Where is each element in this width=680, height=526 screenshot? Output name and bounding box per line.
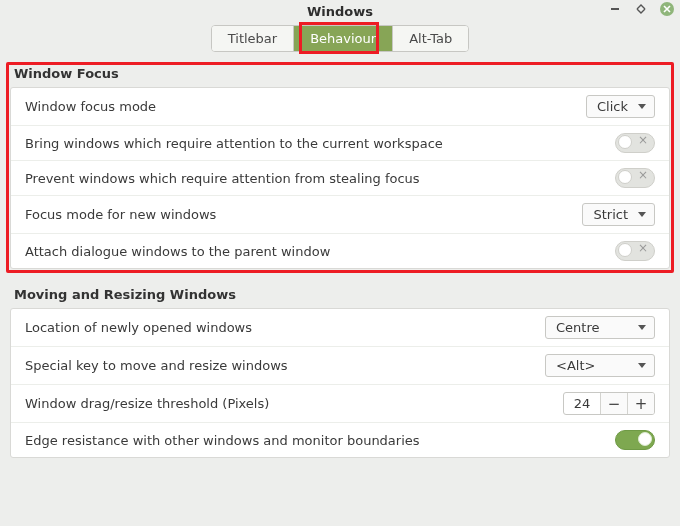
combo-special-key[interactable]: <Alt> xyxy=(545,354,655,377)
stepper-threshold: 24 − + xyxy=(563,392,655,415)
toggle-edge-resistance[interactable] xyxy=(615,430,655,450)
label-bring-attention: Bring windows which require attention to… xyxy=(25,136,443,151)
combo-new-focus[interactable]: Strict xyxy=(582,203,655,226)
label-prevent-steal: Prevent windows which require attention … xyxy=(25,171,420,186)
combo-location-value: Centre xyxy=(556,320,599,335)
content-area: Window Focus Window focus mode Click Bri… xyxy=(0,52,680,458)
row-focus-mode: Window focus mode Click xyxy=(11,88,669,126)
label-attach-dialog: Attach dialogue windows to the parent wi… xyxy=(25,244,330,259)
tab-bar: Titlebar Behaviour Alt-Tab xyxy=(0,25,680,52)
window-titlebar: Windows xyxy=(0,0,680,22)
row-attach-dialog: Attach dialogue windows to the parent wi… xyxy=(11,234,669,268)
tab-titlebar[interactable]: Titlebar xyxy=(212,26,294,51)
label-special-key: Special key to move and resize windows xyxy=(25,358,288,373)
row-new-focus: Focus mode for new windows Strict xyxy=(11,196,669,234)
tab-alttab[interactable]: Alt-Tab xyxy=(393,26,468,51)
toggle-attach-dialog[interactable] xyxy=(615,241,655,261)
row-location: Location of newly opened windows Centre xyxy=(11,309,669,347)
stepper-plus-button[interactable]: + xyxy=(628,393,654,414)
section-moving-resizing: Moving and Resizing Windows Location of … xyxy=(10,287,670,458)
label-edge-resistance: Edge resistance with other windows and m… xyxy=(25,433,420,448)
close-button[interactable] xyxy=(660,2,674,16)
combo-new-focus-value: Strict xyxy=(593,207,628,222)
combo-focus-mode-value: Click xyxy=(597,99,628,114)
combo-special-key-value: <Alt> xyxy=(556,358,595,373)
row-bring-attention: Bring windows which require attention to… xyxy=(11,126,669,161)
section-title-move: Moving and Resizing Windows xyxy=(10,287,670,308)
window-title: Windows xyxy=(307,4,373,19)
minimize-button[interactable] xyxy=(608,2,622,16)
stepper-minus-button[interactable]: − xyxy=(601,393,628,414)
tab-behaviour[interactable]: Behaviour xyxy=(294,26,393,51)
move-listbox: Location of newly opened windows Centre … xyxy=(10,308,670,458)
chevron-down-icon xyxy=(638,104,646,109)
window-controls xyxy=(608,2,674,16)
section-title-focus: Window Focus xyxy=(10,66,670,87)
toggle-prevent-steal[interactable] xyxy=(615,168,655,188)
combo-focus-mode[interactable]: Click xyxy=(586,95,655,118)
tab-group: Titlebar Behaviour Alt-Tab xyxy=(211,25,470,52)
label-new-focus: Focus mode for new windows xyxy=(25,207,216,222)
label-threshold: Window drag/resize threshold (Pixels) xyxy=(25,396,269,411)
combo-location[interactable]: Centre xyxy=(545,316,655,339)
toggle-bring-attention[interactable] xyxy=(615,133,655,153)
label-focus-mode: Window focus mode xyxy=(25,99,156,114)
chevron-down-icon xyxy=(638,212,646,217)
chevron-down-icon xyxy=(638,363,646,368)
section-window-focus: Window Focus Window focus mode Click Bri… xyxy=(10,66,670,269)
chevron-down-icon xyxy=(638,325,646,330)
stepper-threshold-value[interactable]: 24 xyxy=(564,393,601,414)
row-special-key: Special key to move and resize windows <… xyxy=(11,347,669,385)
label-location: Location of newly opened windows xyxy=(25,320,252,335)
row-edge-resistance: Edge resistance with other windows and m… xyxy=(11,423,669,457)
focus-listbox: Window focus mode Click Bring windows wh… xyxy=(10,87,670,269)
row-threshold: Window drag/resize threshold (Pixels) 24… xyxy=(11,385,669,423)
row-prevent-steal: Prevent windows which require attention … xyxy=(11,161,669,196)
maximize-button[interactable] xyxy=(634,2,648,16)
